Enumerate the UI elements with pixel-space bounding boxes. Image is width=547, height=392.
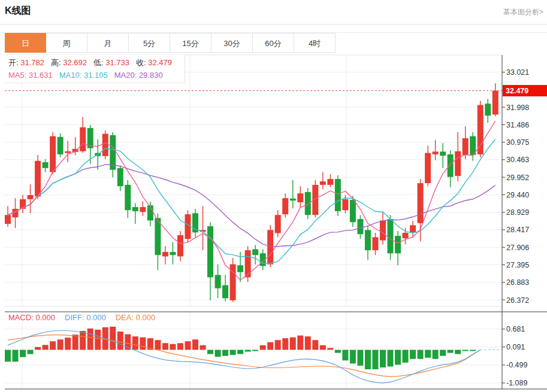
- macd-hist-bar: [87, 329, 93, 350]
- macd-hist-bar: [410, 350, 416, 359]
- tab-interval-3[interactable]: 5分: [129, 33, 170, 53]
- candle-body: [215, 275, 221, 288]
- candle-body: [80, 127, 86, 151]
- macd-hist-bar: [357, 350, 363, 366]
- candle-body: [342, 199, 348, 210]
- macd-hist-bar: [65, 338, 71, 350]
- tab-interval-6[interactable]: 60分: [253, 33, 294, 53]
- candle-body: [418, 183, 424, 223]
- tab-interval-7[interactable]: 4时: [294, 33, 336, 53]
- tab-interval-4[interactable]: 15分: [170, 33, 211, 53]
- candle-body: [320, 181, 326, 185]
- candle-body: [463, 138, 469, 155]
- tab-interval-2[interactable]: 月: [87, 33, 129, 53]
- macd-hist-bar: [215, 350, 221, 357]
- legend-item-0: MACD: 0.000: [8, 313, 55, 322]
- candle-body: [140, 207, 146, 212]
- candle-body: [132, 207, 138, 211]
- macd-hist-bar: [463, 350, 469, 351]
- fundamental-analysis-link[interactable]: 基本面分析>: [503, 7, 543, 17]
- candle-body: [28, 195, 34, 199]
- candle-body: [43, 162, 49, 168]
- macd-hist-bar: [58, 339, 64, 350]
- tab-interval-1[interactable]: 周: [46, 33, 87, 53]
- macd-hist-bar: [5, 350, 11, 362]
- macd-hist-bar: [170, 344, 176, 350]
- price-legend-box: 开: 31.782高: 32.692低: 31.733收: 32.479 MA5…: [5, 55, 185, 83]
- legend-item-2: 低: 31.733: [93, 58, 129, 67]
- macd-hist-bar: [20, 350, 26, 357]
- candle-body: [237, 265, 243, 272]
- macd-hist-bar: [162, 343, 168, 350]
- macd-hist-bar: [185, 341, 191, 350]
- price-axis-label: 31.998: [506, 104, 529, 112]
- macd-hist-bar: [418, 350, 424, 359]
- macd-hist-bar: [80, 331, 86, 350]
- price-axis-label: 33.021: [506, 68, 529, 77]
- legend-item-2: MA20: 29.830: [114, 71, 163, 80]
- ohlc-legend-row: 开: 31.782高: 32.692低: 31.733收: 32.479: [8, 56, 185, 69]
- macd-hist-bar: [200, 345, 206, 350]
- macd-hist-bar: [43, 345, 49, 350]
- price-axis-label: 28.929: [506, 208, 529, 217]
- price-axis-label: 29.440: [506, 191, 529, 199]
- legend-item-0: 开: 31.782: [8, 58, 44, 67]
- macd-hist-bar: [440, 350, 446, 356]
- candle-body: [388, 219, 394, 253]
- macd-hist-bar: [365, 350, 371, 370]
- candle-body: [372, 237, 378, 250]
- price-axis-label: 30.463: [506, 156, 529, 164]
- macd-axis-label: 0.091: [506, 343, 525, 351]
- candle-body: [170, 252, 176, 255]
- candle-body: [395, 236, 401, 253]
- candle-body: [425, 153, 431, 183]
- macd-hist-bar: [335, 350, 341, 353]
- candle-body: [357, 219, 363, 234]
- candle-body: [207, 226, 213, 277]
- macd-hist-bar: [327, 348, 333, 350]
- macd-hist-bar: [110, 327, 116, 350]
- candle-body: [125, 185, 131, 210]
- price-axis-label: 31.486: [506, 121, 529, 129]
- candle-body: [252, 249, 258, 255]
- page-title: K线图: [5, 5, 31, 17]
- candle-body: [275, 215, 281, 233]
- candle-body: [350, 200, 356, 222]
- macd-hist-bar: [252, 350, 258, 351]
- candle-body: [455, 151, 461, 176]
- macd-hist-bar: [275, 340, 281, 350]
- kline-chart-canvas[interactable]: 33.02132.47931.99831.48630.97530.46329.9…: [0, 54, 547, 392]
- legend-item-0: MA5: 31.631: [8, 71, 53, 80]
- candle-body: [403, 233, 409, 238]
- macd-legend-row: MACD: 0.000DIFF: 0.000DEA: 0.000: [8, 313, 165, 322]
- macd-hist-bar: [290, 338, 296, 350]
- candle-body: [117, 168, 123, 186]
- macd-hist-bar: [72, 335, 78, 350]
- candle-body: [327, 179, 333, 185]
- macd-hist-bar: [267, 342, 273, 350]
- candle-body: [267, 230, 273, 264]
- macd-hist-bar: [297, 336, 303, 350]
- candle-body: [35, 161, 41, 197]
- macd-axis-label: 0.681: [506, 325, 525, 333]
- macd-hist-bar: [350, 350, 356, 364]
- legend-item-1: MA10: 31.105: [59, 71, 108, 80]
- macd-hist-bar: [395, 350, 401, 365]
- price-axis-label: 29.952: [506, 174, 529, 182]
- current-price-badge-label: 32.479: [506, 87, 528, 95]
- macd-hist-bar: [320, 345, 326, 350]
- tab-interval-0[interactable]: 日: [5, 33, 46, 53]
- price-axis-label: 26.372: [506, 296, 529, 305]
- candle-body: [297, 193, 303, 202]
- candle-body: [380, 220, 386, 240]
- macd-hist-bar: [388, 350, 394, 367]
- tab-interval-5[interactable]: 30分: [211, 33, 253, 53]
- legend-item-2: DEA: 0.000: [116, 313, 156, 322]
- macd-hist-bar: [230, 350, 236, 355]
- price-axis-label: 26.883: [506, 278, 529, 287]
- candle-body: [335, 179, 341, 211]
- candle-body: [185, 214, 191, 239]
- candle-body: [410, 225, 416, 232]
- macd-hist-bar: [222, 350, 228, 356]
- diff-line: [8, 331, 480, 383]
